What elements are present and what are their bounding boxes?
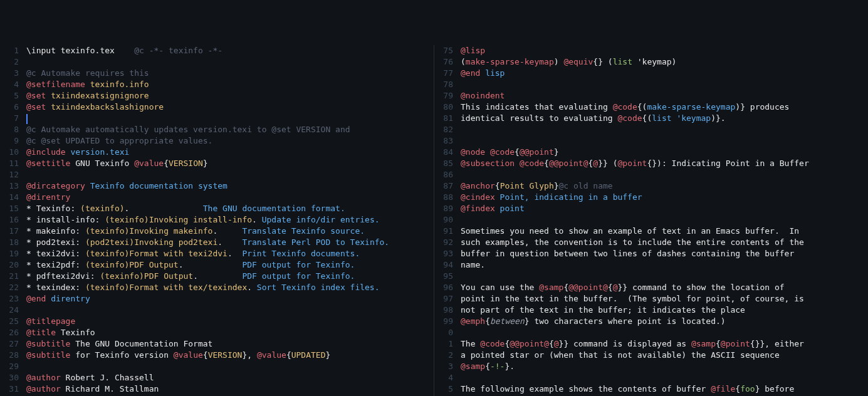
right-gutter: 7576777879808182838485868788899091929394…: [434, 45, 461, 396]
left-code-area[interactable]: \input texinfo.tex @c -*- texinfo -*-@c …: [26, 45, 434, 396]
left-editor-pane[interactable]: 1234567891011121314151617181920212223242…: [0, 45, 434, 396]
left-gutter: 1234567891011121314151617181920212223242…: [0, 45, 26, 396]
right-editor-pane[interactable]: 7576777879808182838485868788899091929394…: [434, 45, 868, 396]
editor-split-view: 1234567891011121314151617181920212223242…: [0, 45, 868, 396]
right-code-area[interactable]: @lisp(make-sparse-keymap) @equiv{} (list…: [461, 45, 868, 396]
